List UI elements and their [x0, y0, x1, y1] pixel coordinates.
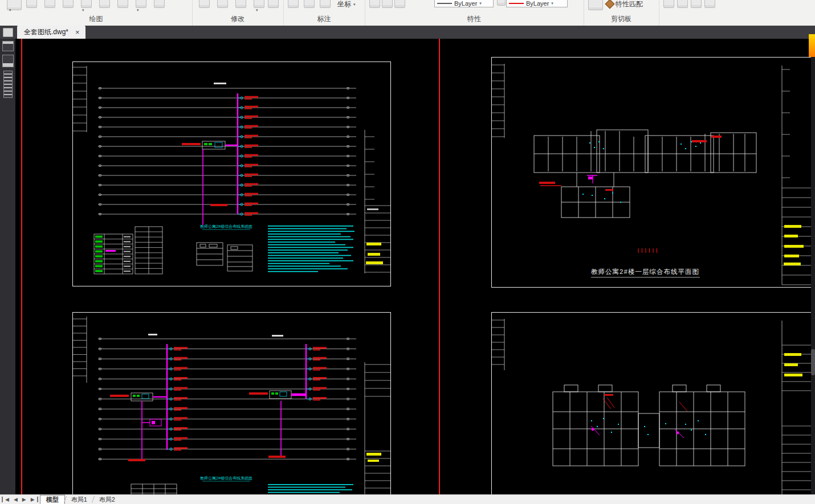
properties-tool-icon-1[interactable]: [369, 0, 380, 8]
sheet2-left-title-strip: [492, 64, 504, 138]
ribbon-panel-extra: [659, 0, 815, 26]
color-value: ByLayer: [526, 0, 549, 7]
draw-tool-icon-9[interactable]: [154, 0, 165, 8]
sheet1-title: 教师公寓2#楼综合布线系统图: [200, 224, 252, 229]
drawing-guide-line-center: [439, 39, 440, 494]
draw-tool-icon-7[interactable]: [117, 0, 128, 8]
legend-table-3: [131, 484, 177, 494]
ribbon: ▾ ▾ ▾ 绘图 ▾ 修改 坐标 ▾ 标注: [0, 0, 815, 26]
annotate-tool-icon-1[interactable]: [288, 0, 299, 8]
chevron-down-icon[interactable]: ▾: [256, 8, 258, 12]
panel-label-draw: 绘图: [0, 14, 192, 24]
draw-tool-icon-6[interactable]: [99, 0, 110, 8]
linetype-dropdown[interactable]: ByLayer ▾: [434, 0, 494, 7]
scrollbar-top-marker[interactable]: [809, 34, 815, 57]
extra-tool-icon-1[interactable]: [663, 0, 674, 8]
plan-red-annotations: [603, 394, 687, 411]
sheet3-system-diagram: 教师公寓2#楼综合布线系统图: [72, 312, 391, 494]
layout-nav-next-button[interactable]: ▶: [20, 497, 28, 502]
sheet2-title: 教师公寓2#楼一层综合布线平面图: [591, 268, 699, 275]
coordinate-dropdown[interactable]: 坐标 ▾: [337, 0, 356, 9]
layout-nav-last-button[interactable]: ▶: [28, 497, 38, 502]
ribbon-panel-modify: ▾ 修改: [192, 0, 284, 26]
application-window: ▾ ▾ ▾ 绘图 ▾ 修改 坐标 ▾ 标注: [0, 0, 815, 504]
coordinate-label: 坐标: [337, 0, 351, 9]
vertical-scrollbar-thumb[interactable]: [811, 349, 815, 375]
left-panel-icon-middle[interactable]: [2, 55, 14, 67]
annotate-tool-icon-3[interactable]: [320, 0, 331, 8]
document-icon[interactable]: [3, 28, 13, 37]
ribbon-panel-annotate: 坐标 ▾ 标注: [283, 0, 365, 26]
equipment-detail-1: [197, 243, 223, 265]
sheet4-floor-plan: [491, 312, 814, 494]
draw-tool-icon-2[interactable]: [26, 0, 37, 8]
layout-tab-layout1[interactable]: 布局1: [66, 495, 93, 504]
layout-tab-model[interactable]: 模型: [40, 495, 65, 504]
modify-tool-icon-4[interactable]: [254, 0, 264, 8]
plan-cyan-devices: [582, 141, 701, 203]
chevron-down-icon[interactable]: ▾: [137, 8, 139, 12]
left-palette-bar: [0, 39, 15, 494]
draw-tool-icon-5[interactable]: [81, 0, 92, 8]
modify-tool-icon-5[interactable]: [268, 0, 279, 8]
chevron-down-icon: ▾: [479, 1, 482, 5]
sheet1-system-diagram: 教师公寓2#楼综合布线系统图: [72, 62, 391, 288]
match-properties-label: 特性匹配: [616, 0, 643, 9]
modify-tool-icon-1[interactable]: [199, 0, 210, 8]
drawing-canvas[interactable]: 教师公寓2#楼综合布线系统图: [15, 39, 815, 494]
legend-table-2: [135, 227, 162, 274]
close-icon[interactable]: ×: [75, 28, 80, 36]
sheet3-left-title-strip: [73, 317, 87, 383]
panel-label-properties: 特性: [365, 14, 584, 24]
draw-tool-icon-3[interactable]: [44, 0, 55, 8]
floor-distribution-box-1: [110, 393, 167, 461]
plan-magenta-risers: [587, 175, 597, 183]
sheet4-left-title-strip: [492, 319, 504, 370]
layout-tab-layout2[interactable]: 布局2: [93, 495, 121, 504]
layout-nav-prev-button[interactable]: ◀: [11, 497, 20, 502]
riser-diagram: [98, 338, 356, 460]
draw-tool-icon-8[interactable]: [136, 0, 146, 8]
extra-tool-icon-3[interactable]: [691, 0, 702, 8]
chevron-down-icon[interactable]: ▾: [82, 8, 84, 12]
legend-table-1: [94, 234, 133, 274]
vertical-scrollbar-track[interactable]: [811, 39, 815, 494]
sheet2-floor-plan: 教师公寓2#楼一层综合布线平面图: [491, 57, 814, 288]
panel-label-clipboard: 剪切板: [584, 14, 659, 24]
modify-tool-icon-3[interactable]: [235, 0, 246, 8]
match-properties-button[interactable]: 特性匹配: [606, 0, 643, 9]
match-properties-brush-icon: [605, 0, 615, 9]
extra-tool-icon-2[interactable]: [677, 0, 688, 8]
properties-tool-icon-4[interactable]: [497, 0, 506, 6]
sheet1-title-block: [365, 130, 390, 273]
notes-text-block: [268, 484, 353, 494]
chevron-down-icon: ▾: [551, 1, 553, 5]
linetype-swatch-icon: [437, 3, 452, 4]
sheet1-left-title-strip: [73, 66, 87, 132]
panel-label-annotate: 标注: [283, 14, 365, 24]
sheet3-title-block: [365, 362, 390, 494]
properties-tool-icon-2[interactable]: [382, 0, 393, 8]
document-tab-strip: 全套图纸.dwg* ×: [0, 26, 815, 39]
extra-tool-icon-4[interactable]: [704, 0, 715, 8]
left-panel-icon-top[interactable]: [2, 41, 14, 51]
color-dropdown[interactable]: ByLayer ▾: [506, 0, 568, 7]
document-tab[interactable]: 全套图纸.dwg* ×: [17, 26, 85, 39]
annotate-tool-icon-2[interactable]: [304, 0, 315, 8]
linetype-value: ByLayer: [454, 0, 477, 7]
modify-tool-icon-2[interactable]: [217, 0, 228, 8]
properties-tool-icon-3[interactable]: [394, 0, 405, 8]
layout-nav-first-button[interactable]: ◀: [2, 497, 11, 502]
plan-magenta-risers: [591, 426, 684, 438]
floor-distribution-box-2: [249, 391, 306, 458]
panel-label-modify: 修改: [192, 14, 283, 24]
building-plan: [534, 130, 756, 218]
chevron-down-icon[interactable]: ▾: [9, 8, 11, 12]
draw-tool-icon-4[interactable]: [63, 0, 74, 8]
ribbon-panel-clipboard: 特性匹配 剪切板: [584, 0, 659, 26]
paste-icon[interactable]: [588, 0, 603, 10]
drawing-guide-line-left: [21, 39, 22, 494]
notes-text-block: [268, 226, 354, 272]
left-panel-vertical-tab[interactable]: [3, 71, 13, 98]
ribbon-panel-properties: ByLayer ▾ ByLayer ▾ 特性: [365, 0, 584, 26]
